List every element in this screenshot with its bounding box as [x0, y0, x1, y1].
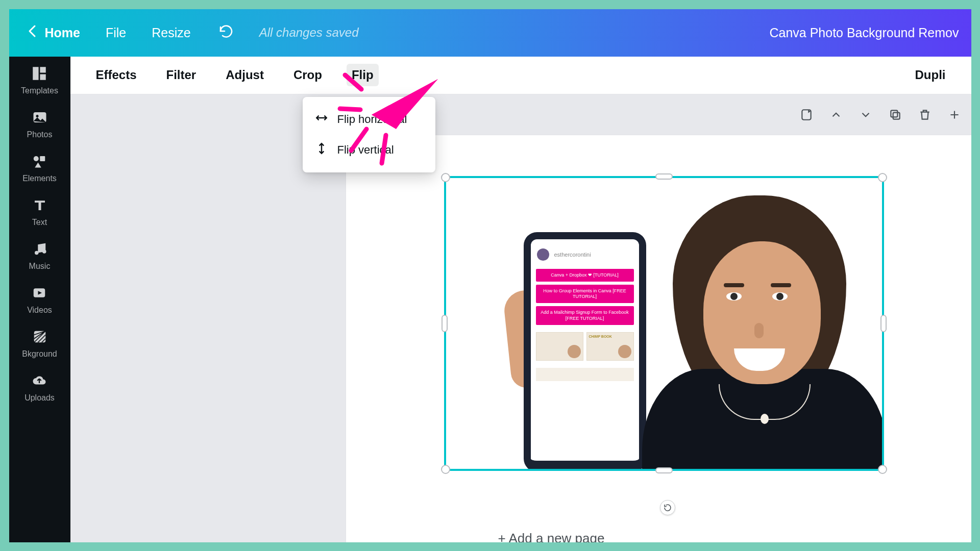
save-status: All changes saved — [259, 26, 359, 40]
resize-menu[interactable]: Resize — [152, 26, 190, 40]
filter-button[interactable]: Filter — [161, 64, 202, 86]
phone-thumbnail: CHIMP BOOK — [586, 332, 634, 361]
svg-rect-9 — [893, 112, 899, 119]
sidebar-item-uploads[interactable]: Uploads — [24, 372, 55, 403]
undo-button[interactable] — [217, 24, 235, 41]
image-content: esthercorontini Canva + Dropbox ❤ [TUTOR… — [446, 178, 882, 469]
page-down-icon[interactable] — [858, 107, 873, 122]
sidebar-item-music[interactable]: Music — [29, 240, 51, 271]
photos-icon — [31, 109, 48, 126]
svg-point-1 — [36, 115, 38, 117]
person-photo — [642, 195, 882, 469]
videos-icon — [31, 284, 48, 302]
crop-button[interactable]: Crop — [288, 64, 327, 86]
sidebar-item-label: Text — [32, 218, 47, 227]
add-page-icon[interactable] — [947, 107, 962, 122]
flip-vertical-label: Flip vertical — [337, 143, 394, 157]
resize-handle-t[interactable] — [655, 173, 673, 180]
sidebar-item-background[interactable]: Bkground — [22, 328, 57, 359]
svg-rect-10 — [891, 110, 897, 117]
resize-handle-b[interactable] — [655, 467, 673, 473]
notes-icon[interactable] — [799, 107, 814, 122]
background-icon — [31, 328, 48, 345]
selected-image[interactable]: esthercorontini Canva + Dropbox ❤ [TUTOR… — [446, 178, 882, 469]
top-bar: Home File Resize All changes saved Canva… — [9, 9, 971, 57]
music-icon — [31, 240, 48, 258]
resize-handle-tl[interactable] — [441, 173, 450, 182]
flip-horizontal-label: Flip horizontal — [337, 113, 407, 126]
rotate-handle[interactable] — [660, 500, 675, 515]
add-new-page-button[interactable]: + Add a new page — [498, 531, 605, 542]
resize-handle-bl[interactable] — [441, 465, 450, 474]
phone-thumbnail — [536, 332, 583, 361]
flip-horizontal-option[interactable]: Flip horizontal — [303, 104, 435, 135]
phone-card: How to Group Elements in Canva [FREE TUT… — [536, 285, 634, 304]
phone-strip — [536, 368, 634, 381]
home-label: Home — [45, 26, 80, 40]
file-menu[interactable]: File — [106, 26, 126, 40]
avatar-icon — [537, 248, 549, 261]
uploads-icon — [31, 372, 48, 389]
svg-point-2 — [34, 156, 39, 161]
sidebar-item-label: Bkground — [22, 349, 57, 359]
svg-rect-3 — [40, 156, 45, 161]
flip-button[interactable]: Flip — [347, 64, 379, 86]
phone-mockup: esthercorontini Canva + Dropbox ❤ [TUTOR… — [524, 232, 646, 469]
resize-handle-br[interactable] — [878, 465, 887, 474]
sidebar-item-photos[interactable]: Photos — [27, 109, 53, 139]
flip-dropdown: Flip horizontal Flip vertical — [303, 97, 435, 172]
page-controls: ge title — [346, 107, 971, 122]
app-viewport: Home File Resize All changes saved Canva… — [9, 9, 971, 542]
copy-page-icon[interactable] — [888, 107, 903, 122]
sidebar-item-text[interactable]: Text — [31, 196, 48, 227]
flip-horizontal-icon — [315, 111, 328, 128]
sidebar-item-label: Elements — [22, 174, 57, 183]
resize-handle-l[interactable] — [442, 315, 448, 332]
left-sidebar: Templates Photos Elements Text Music Vid… — [9, 57, 70, 542]
flip-vertical-option[interactable]: Flip vertical — [303, 135, 435, 165]
text-icon — [31, 196, 48, 214]
artboard[interactable]: esthercorontini Canva + Dropbox ❤ [TUTOR… — [346, 135, 971, 542]
adjust-button[interactable]: Adjust — [220, 64, 269, 86]
context-toolbar: Effects Filter Adjust Crop Flip Dupli — [70, 57, 971, 94]
chevron-left-icon — [28, 24, 38, 41]
sidebar-item-elements[interactable]: Elements — [22, 153, 57, 183]
home-button[interactable]: Home — [28, 24, 80, 41]
sidebar-item-label: Videos — [27, 306, 52, 315]
phone-username: esthercorontini — [554, 252, 591, 258]
phone-card: Add a Mailchimp Signup Form to Facebook … — [536, 306, 634, 325]
sidebar-item-label: Uploads — [24, 393, 55, 403]
project-title[interactable]: Canva Photo Background Remov — [769, 26, 959, 40]
svg-point-4 — [35, 251, 39, 255]
page-up-icon[interactable] — [828, 107, 844, 122]
resize-handle-r[interactable] — [880, 315, 887, 332]
canvas-area: ge title esthercorontini — [70, 94, 971, 542]
duplicate-button[interactable]: Dupli — [910, 64, 951, 86]
svg-point-5 — [42, 249, 46, 254]
sidebar-item-label: Templates — [21, 86, 58, 95]
sidebar-item-videos[interactable]: Videos — [27, 284, 52, 315]
sidebar-item-templates[interactable]: Templates — [21, 65, 58, 95]
sidebar-item-label: Photos — [27, 130, 53, 139]
resize-handle-tr[interactable] — [878, 173, 887, 182]
delete-page-icon[interactable] — [917, 107, 933, 122]
elements-icon — [31, 153, 48, 170]
phone-card: Canva + Dropbox ❤ [TUTORIAL] — [536, 269, 634, 282]
flip-vertical-icon — [315, 142, 328, 158]
templates-icon — [31, 65, 48, 82]
effects-button[interactable]: Effects — [91, 64, 142, 86]
sidebar-item-label: Music — [29, 262, 51, 271]
